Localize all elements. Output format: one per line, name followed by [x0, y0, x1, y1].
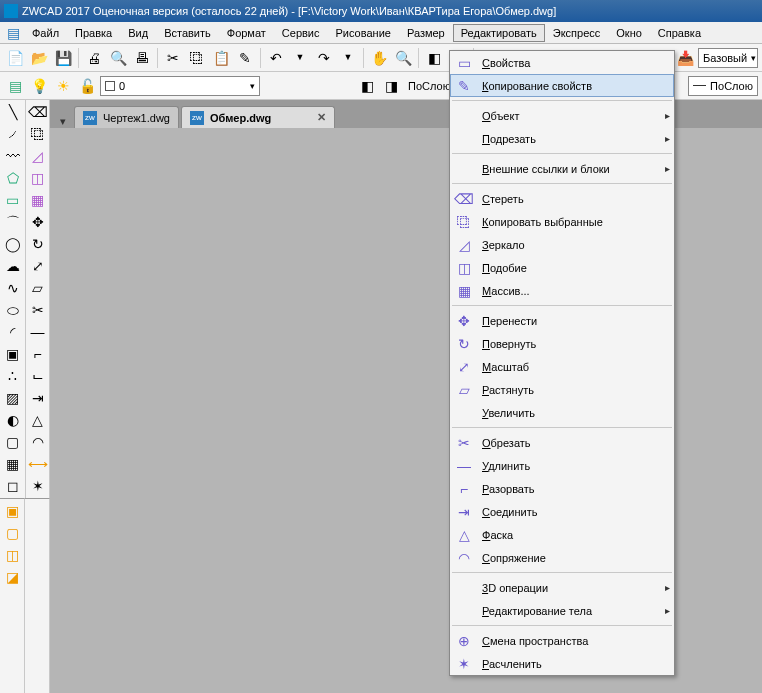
region-icon[interactable]: ▢: [3, 432, 23, 452]
bylayer-combo-2[interactable]: ПоСлою: [688, 76, 758, 96]
mirror-icon[interactable]: ◿: [28, 146, 48, 166]
pline-icon[interactable]: 〰: [3, 146, 23, 166]
extend-icon[interactable]: —: [28, 322, 48, 342]
fillet-icon[interactable]: ◠: [28, 432, 48, 452]
ellipse-icon[interactable]: ⬭: [3, 300, 23, 320]
array-icon[interactable]: ▦: [28, 190, 48, 210]
tab-menu-icon[interactable]: ▾: [54, 115, 72, 128]
menu-item[interactable]: ✥Перенести: [450, 309, 674, 332]
menu-edit[interactable]: Правка: [67, 24, 120, 42]
paste-icon[interactable]: 📋: [210, 47, 232, 69]
copy-obj-icon[interactable]: ⿻: [28, 124, 48, 144]
menu-view[interactable]: Вид: [120, 24, 156, 42]
xline-icon[interactable]: ⟋: [3, 124, 23, 144]
menu-window[interactable]: Окно: [608, 24, 650, 42]
block-icon[interactable]: ▣: [3, 344, 23, 364]
menu-item[interactable]: ◫Подобие: [450, 256, 674, 279]
table-icon[interactable]: ▦: [3, 454, 23, 474]
spline-icon[interactable]: ∿: [3, 278, 23, 298]
menu-tools[interactable]: Сервис: [274, 24, 328, 42]
rect-icon[interactable]: ▭: [3, 190, 23, 210]
menu-file[interactable]: Файл: [24, 24, 67, 42]
explode-icon[interactable]: ✶: [28, 476, 48, 496]
box-prev-icon[interactable]: ◧: [356, 75, 378, 97]
menu-item[interactable]: ⇥Соединить: [450, 500, 674, 523]
tool-icon[interactable]: 📥: [674, 47, 696, 69]
menu-format[interactable]: Формат: [219, 24, 274, 42]
plot-preview-icon[interactable]: 🔍: [107, 47, 129, 69]
publish-icon[interactable]: 🖶: [131, 47, 153, 69]
app-menu-icon[interactable]: ▤: [2, 22, 24, 44]
menu-item[interactable]: △Фаска: [450, 523, 674, 546]
tab-drawing-2[interactable]: zw Обмер.dwg ✕: [181, 106, 335, 128]
menu-item[interactable]: ⌫Стереть: [450, 187, 674, 210]
circle-icon[interactable]: ◯: [3, 234, 23, 254]
save-icon[interactable]: 💾: [52, 47, 74, 69]
menu-help[interactable]: Справка: [650, 24, 709, 42]
menu-item[interactable]: ⌐Разорвать: [450, 477, 674, 500]
break-pt-icon[interactable]: ⌐: [28, 344, 48, 364]
menu-item[interactable]: Внешние ссылки и блоки▸: [450, 157, 674, 180]
ellipse-arc-icon[interactable]: ◜: [3, 322, 23, 342]
box-prev-icon[interactable]: ◧: [423, 47, 445, 69]
menu-item[interactable]: ✂Обрезать: [450, 431, 674, 454]
menu-item[interactable]: ✎Копирование свойств: [450, 74, 674, 97]
menu-item[interactable]: ↻Повернуть: [450, 332, 674, 355]
menu-item[interactable]: ✶Расчленить: [450, 652, 674, 675]
menu-item[interactable]: ▱Растянуть: [450, 378, 674, 401]
above-icon[interactable]: ◫: [2, 545, 22, 565]
line-icon[interactable]: ╲: [3, 102, 23, 122]
close-icon[interactable]: ✕: [317, 111, 326, 124]
style-combo[interactable]: Базовый ▾: [698, 48, 758, 68]
drawing-canvas[interactable]: ▭Свойства✎Копирование свойствОбъект▸Подр…: [50, 128, 762, 693]
menu-item[interactable]: Редактирование тела▸: [450, 599, 674, 622]
hatch-icon[interactable]: ▨: [3, 388, 23, 408]
point-icon[interactable]: ∴: [3, 366, 23, 386]
dim-icon[interactable]: ⟷: [28, 454, 48, 474]
menu-item[interactable]: ▦Массив...: [450, 279, 674, 302]
chamfer-icon[interactable]: △: [28, 410, 48, 430]
break-icon[interactable]: ⌙: [28, 366, 48, 386]
box-next-icon[interactable]: ◨: [380, 75, 402, 97]
menu-modify[interactable]: Редактировать: [453, 24, 545, 42]
menu-item[interactable]: ⿻Копировать выбранные: [450, 210, 674, 233]
undo-icon[interactable]: ↶: [265, 47, 287, 69]
print-icon[interactable]: 🖨: [83, 47, 105, 69]
tab-drawing-1[interactable]: zw Чертеж1.dwg: [74, 106, 179, 128]
menu-item[interactable]: ⊕Смена пространства: [450, 629, 674, 652]
rotate-icon[interactable]: ↻: [28, 234, 48, 254]
menu-draw[interactable]: Рисование: [328, 24, 399, 42]
scale-icon[interactable]: ⤢: [28, 256, 48, 276]
send-back-icon[interactable]: ▢: [2, 523, 22, 543]
offset-icon[interactable]: ◫: [28, 168, 48, 188]
zoom-rt-icon[interactable]: 🔍: [392, 47, 414, 69]
pan-icon[interactable]: ✋: [368, 47, 390, 69]
open-icon[interactable]: 📂: [28, 47, 50, 69]
menu-item[interactable]: ▭Свойства: [450, 51, 674, 74]
chevron-down-icon[interactable]: ▼: [289, 47, 311, 69]
sun-icon[interactable]: ☀: [52, 75, 74, 97]
stretch-icon[interactable]: ▱: [28, 278, 48, 298]
polygon-icon[interactable]: ⬠: [3, 168, 23, 188]
trim-icon[interactable]: ✂: [28, 300, 48, 320]
layer-combo[interactable]: 0 ▾: [100, 76, 260, 96]
menu-item[interactable]: Подрезать▸: [450, 127, 674, 150]
menu-item[interactable]: ◿Зеркало: [450, 233, 674, 256]
menu-item[interactable]: —Удлинить: [450, 454, 674, 477]
revcloud-icon[interactable]: ☁: [3, 256, 23, 276]
lock-icon[interactable]: 🔓: [76, 75, 98, 97]
below-icon[interactable]: ◪: [2, 567, 22, 587]
join-icon[interactable]: ⇥: [28, 388, 48, 408]
menu-item[interactable]: ◠Сопряжение: [450, 546, 674, 569]
menu-item[interactable]: 3D операции▸: [450, 576, 674, 599]
erase-icon[interactable]: ⌫: [28, 102, 48, 122]
redo-icon[interactable]: ↷: [313, 47, 335, 69]
layer-prop-icon[interactable]: ▤: [4, 75, 26, 97]
copy-icon[interactable]: ⿻: [186, 47, 208, 69]
menu-dimension[interactable]: Размер: [399, 24, 453, 42]
match-icon[interactable]: ✎: [234, 47, 256, 69]
gradient-icon[interactable]: ◐: [3, 410, 23, 430]
wipeout-icon[interactable]: ◻: [3, 476, 23, 496]
menu-insert[interactable]: Вставить: [156, 24, 219, 42]
bring-front-icon[interactable]: ▣: [2, 501, 22, 521]
